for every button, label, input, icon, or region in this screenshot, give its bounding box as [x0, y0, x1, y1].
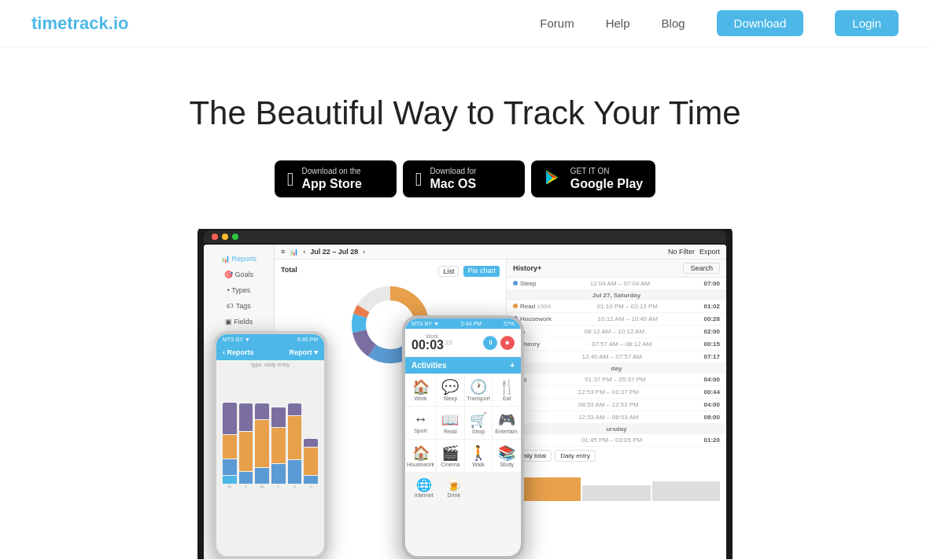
toolbar-export[interactable]: Export — [699, 248, 720, 256]
phone2-timer: Work 00:03:23 ⏸ ■ — [405, 329, 521, 357]
activity-read[interactable]: 📖 Read — [437, 407, 465, 440]
activity-drink[interactable]: 🍺 Drink — [440, 474, 468, 501]
googleplay-button[interactable]: GET IT ON Google Play — [531, 160, 655, 197]
hero-title: The Beautiful Way to Track Your Time — [16, 94, 914, 132]
phone1-back[interactable]: ‹ Reports — [223, 348, 254, 356]
activities-grid: 🏠 Work 💬 Sleep 🕐 Transport 🍴 Eat ↔ — [405, 374, 521, 472]
sidebar-item-tags[interactable]: 🏷 Tags — [204, 298, 274, 314]
activity-internet[interactable]: 🌐 Internet — [408, 474, 440, 501]
activity-sport[interactable]: ↔ Sport — [405, 407, 437, 440]
phone1-subtitle: type: daily entry — [216, 360, 324, 370]
activity-walk[interactable]: 🚶 Walk — [465, 440, 493, 472]
googleplay-sub: GET IT ON — [570, 167, 643, 176]
history-row: 08:53 AM – 12:53 PM 04:00 — [507, 399, 726, 411]
sport-icon: ↔ — [414, 411, 428, 428]
macos-text: Download for Mac OS — [430, 167, 477, 191]
history-search[interactable]: Search — [683, 263, 720, 274]
activity-sleep[interactable]: 💬 Sleep — [437, 374, 465, 407]
googleplay-icon — [544, 168, 563, 190]
sleep-label: Sleep — [443, 396, 457, 401]
sidebar-item-types[interactable]: • Types — [204, 282, 274, 298]
nav-blog[interactable]: Blog — [662, 17, 685, 30]
bar-group-4: T — [271, 407, 286, 489]
phone2-activities-header: Activities + — [405, 357, 521, 374]
internet-icon: 🌐 — [416, 477, 432, 492]
activity-study[interactable]: 📚 Study — [493, 440, 521, 472]
phone1-carrier: MTS BY ▼ — [223, 337, 250, 342]
phone2-time: 2:44 PM — [461, 321, 482, 326]
phone1-title: Report ▾ — [290, 348, 319, 356]
dot-green — [232, 234, 238, 240]
laptop-notch — [204, 230, 726, 243]
drink-label: Drink — [448, 492, 460, 498]
activity-shop[interactable]: 🛒 Shop — [465, 407, 493, 440]
appstore-main: App Store — [302, 176, 362, 191]
daily-entry-btn[interactable]: Daily entry — [555, 450, 596, 462]
walk-label: Walk — [472, 462, 484, 467]
phone-reports: MTS BY ▼ 6:46 PM ‹ Reports Report ▾ type… — [213, 331, 327, 559]
app-toolbar: ≡ 📊 ‹ Jul 22 – Jul 28 › No Filter Export — [275, 245, 726, 260]
macos-main: Mac OS — [430, 176, 477, 191]
pause-button[interactable]: ⏸ — [483, 336, 497, 350]
login-button[interactable]: Login — [835, 10, 899, 36]
nav-forum[interactable]: Forum — [540, 17, 574, 30]
daily-buttons: Daily total Daily entry — [507, 447, 726, 465]
activity-work[interactable]: 🏠 Work — [405, 374, 437, 407]
history-row: Theory 07:57 AM – 08:12 AM 00:15 — [507, 338, 726, 351]
study-icon: 📚 — [498, 444, 515, 462]
nav-help[interactable]: Help — [606, 17, 630, 30]
extra-activities: 🌐 Internet 🍺 Drink — [405, 472, 521, 503]
tab-pie-chart[interactable]: Pie chart — [463, 266, 500, 277]
activities-add[interactable]: + — [510, 361, 515, 370]
history-row: Read 1984 01:10 PM – 02:13 PM 01:02 — [507, 300, 726, 313]
entertainment-label: Entertain. — [495, 429, 519, 434]
internet-label: Internet — [415, 492, 434, 498]
sidebar-item-goals[interactable]: 🎯 Goals — [204, 267, 274, 282]
walk-icon: 🚶 — [470, 444, 487, 462]
work-icon: 🏠 — [412, 378, 430, 396]
tab-list[interactable]: List — [438, 266, 459, 277]
store-buttons:  Download on the App Store  Download f… — [16, 160, 914, 197]
bar-group-1: M — [223, 403, 237, 489]
timer-info: Work 00:03:23 — [411, 333, 452, 352]
logo[interactable]: timetrack.io — [31, 13, 129, 34]
download-button[interactable]: Download — [717, 10, 804, 36]
history-row: 12:53 AM – 08:53 AM 08:00 — [507, 411, 726, 424]
history-header: History + Search — [507, 260, 726, 278]
timer-value: 00:03:23 — [411, 339, 452, 352]
sidebar-item-reports[interactable]: 📊 Reports — [204, 251, 274, 267]
toolbar-no-filter[interactable]: No Filter — [668, 248, 695, 256]
toolbar-nav-right[interactable]: › — [363, 248, 365, 256]
phone1-bar-chart: M T W T — [216, 370, 324, 496]
history-add[interactable]: + — [537, 264, 541, 272]
googleplay-main: Google Play — [570, 176, 643, 191]
history-row: os 01:37 PM – 05:37 PM 04:00 — [507, 374, 726, 386]
eat-icon: 🍴 — [498, 378, 515, 396]
cinema-icon: 🎬 — [441, 444, 459, 462]
activity-entertainment[interactable]: 🎮 Entertain. — [493, 407, 521, 440]
dot-red — [212, 234, 218, 240]
activities-title: Activities — [411, 361, 446, 370]
phone1-status: MTS BY ▼ 6:46 PM — [216, 334, 324, 344]
history-row: ia 08:12 AM – 10:12 AM 02:00 — [507, 326, 726, 338]
appstore-button[interactable]:  Download on the App Store — [275, 160, 397, 197]
activity-transport[interactable]: 🕐 Transport — [465, 374, 493, 407]
activity-housework[interactable]: 🏠 Housework — [405, 440, 437, 472]
sleep-icon: 💬 — [441, 378, 459, 396]
phone-activities: MTS BY ▼ 2:44 PM 57% Work 00:03:23 ⏸ ■ A… — [402, 315, 524, 559]
toolbar-nav-left[interactable]: ‹ — [303, 248, 305, 256]
shop-label: Shop — [472, 429, 485, 434]
toolbar-icon-left[interactable]: ≡ — [281, 248, 285, 256]
stop-button[interactable]: ■ — [500, 336, 515, 350]
macos-button[interactable]:  Download for Mac OS — [403, 160, 525, 197]
phone1-header: ‹ Reports Report ▾ — [216, 344, 324, 360]
activity-cinema[interactable]: 🎬 Cinema — [437, 440, 465, 472]
sidebar-item-fields[interactable]: ▣ Fields — [204, 314, 274, 330]
work-label: Work — [414, 396, 426, 401]
housework-icon: 🏠 — [412, 444, 430, 462]
bar-group-2: T — [239, 403, 253, 489]
phone1-time: 6:46 PM — [297, 337, 318, 342]
activity-eat[interactable]: 🍴 Eat — [493, 374, 521, 407]
toolbar-chart-icon[interactable]: 📊 — [290, 248, 298, 256]
screenshot-area: 📊 Reports 🎯 Goals • Types 🏷 Tags ▣ Field… — [16, 229, 914, 559]
